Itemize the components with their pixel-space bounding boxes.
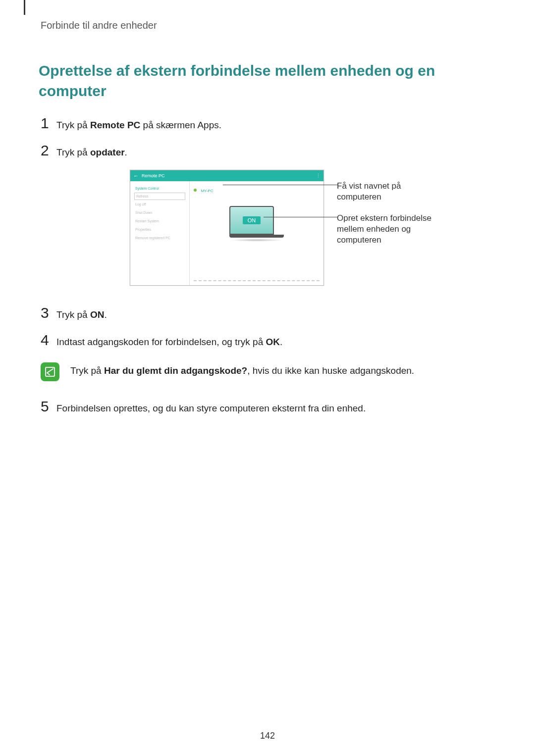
sidebar-item: Shut Down — [134, 208, 185, 217]
sidebar-item: Log off — [134, 200, 185, 208]
device-content: MY-PC ON — [190, 181, 323, 285]
menu-icon: ⋮ — [316, 173, 321, 178]
status-dot-icon — [194, 189, 197, 192]
step-1: 1 Tryk på Remote PC på skærmen Apps. — [41, 116, 496, 132]
step-text: Tryk på opdater. — [56, 146, 127, 159]
step-list: 1 Tryk på Remote PC på skærmen Apps. 2 T… — [41, 116, 496, 415]
back-icon: ← — [133, 173, 139, 179]
callout-connect: Opret ekstern forbindelse mellem enheden… — [337, 213, 436, 246]
step-number: 1 — [41, 116, 56, 131]
step-number: 5 — [41, 399, 56, 414]
app-title: Remote PC — [142, 173, 165, 178]
callout-pc-name: Få vist navnet på computeren — [337, 181, 436, 202]
page-title: Oprettelse af ekstern forbindelse mellem… — [39, 61, 496, 101]
step-text: Forbindelsen oprettes, og du kan styre c… — [56, 402, 366, 415]
sidebar-item: Properties — [134, 225, 185, 234]
step-text: Tryk på ON. — [56, 308, 107, 322]
sidebar-item: Refresh — [134, 193, 185, 200]
step-number: 2 — [41, 143, 56, 158]
sidebar-item: Remove registered PC — [134, 234, 185, 242]
remote-pc-figure: ← Remote PC ⋮ System Control Refresh Log… — [130, 170, 457, 286]
step-number: 3 — [41, 305, 56, 320]
step-text: Tryk på Remote PC på skærmen Apps. — [56, 119, 221, 132]
callout-leader-line — [264, 217, 338, 217]
pc-name: MY-PC — [201, 189, 213, 193]
sidebar-item: System Control — [134, 184, 185, 193]
divider-dashed — [194, 280, 320, 281]
app-titlebar: ← Remote PC ⋮ — [130, 170, 323, 181]
device-sidebar: System Control Refresh Log off Shut Down… — [130, 181, 190, 285]
callout-leader-line — [223, 185, 338, 185]
on-badge: ON — [243, 216, 261, 224]
step-4: 4 Indtast adgangskoden for forbindelsen,… — [41, 333, 496, 349]
step-text: Indtast adgangskoden for forbindelsen, o… — [56, 336, 282, 349]
note: Tryk på Har du glemt din adgangskode?, h… — [41, 362, 496, 381]
pc-name-row: MY-PC — [194, 185, 320, 194]
note-icon — [41, 362, 59, 381]
section-header: Forbinde til andre enheder — [41, 20, 496, 31]
sidebar-item: Restart System — [134, 217, 185, 225]
step-5: 5 Forbindelsen oprettes, og du kan styre… — [41, 399, 496, 415]
step-number: 4 — [41, 333, 56, 348]
page-number: 142 — [0, 731, 535, 741]
device-screenshot: ← Remote PC ⋮ System Control Refresh Log… — [130, 170, 324, 286]
laptop-illustration: ON — [229, 206, 284, 242]
step-2: 2 Tryk på opdater. — [41, 143, 496, 159]
step-3: 3 Tryk på ON. — [41, 305, 496, 322]
note-text: Tryk på Har du glemt din adgangskode?, h… — [70, 362, 414, 376]
